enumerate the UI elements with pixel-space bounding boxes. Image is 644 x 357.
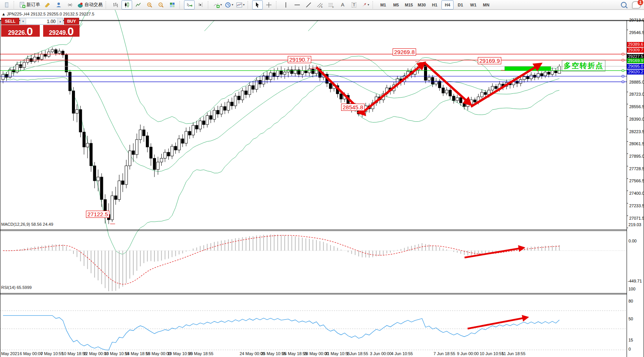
macd-pane [0,234,627,291]
candle-body [164,152,166,158]
zoom-out-button[interactable] [156,0,166,9]
new-order-button[interactable]: 新订单 [18,0,41,9]
auto-trading-button[interactable]: 自动交易 [76,0,104,9]
candle-body [185,131,187,143]
timeframe-button-m1[interactable]: M1 [377,0,389,9]
candle-body [449,90,452,96]
styler-button[interactable] [42,0,53,9]
buy-price-main: 29249. [49,29,67,36]
cursor-tool-button[interactable] [252,0,263,9]
candle-body [491,86,494,90]
candle-body [227,102,230,110]
timeframe-button-h1[interactable]: H1 [429,0,441,9]
main-toolbar: 新订单 自动交易 ▾ ▾ ▾ E F A T ▾ M1M5M15M30H1H4D… [0,0,644,10]
broadcast-button[interactable] [65,0,75,9]
chart-shift-button[interactable] [195,0,206,9]
timeframe-button-mn[interactable]: MN [480,0,492,9]
cursor-icon [254,2,260,8]
candle-body [460,98,462,103]
candle-body [132,151,135,155]
toolbar-separator [106,1,109,9]
candle-body [495,86,497,88]
candle-body [41,54,43,59]
candle-body [128,151,131,166]
line-handle [622,59,624,61]
support-highlight-bar[interactable] [505,67,551,71]
candle-body [431,77,434,84]
bar-chart-button[interactable] [110,0,121,9]
candle-body [16,65,19,72]
candle-body [5,75,8,78]
search-icon[interactable] [621,2,627,8]
vertical-line-tool-button[interactable] [281,0,291,9]
candle-body [206,116,209,125]
horizontal-line-icon [294,2,300,8]
candle-body [516,81,518,83]
crosshair-tool-button[interactable] [264,0,274,9]
chart-canvas[interactable] [0,10,644,357]
clock-icon [225,2,231,8]
arrows-tool-button[interactable]: ▾ [360,0,371,9]
auto-scroll-button[interactable] [184,0,195,9]
text-tool-button[interactable]: A [337,0,348,9]
timeframe-button-h4[interactable]: H4 [441,0,454,9]
candle-body [171,146,173,156]
notification-badge: 1 [638,0,643,5]
buy-price[interactable]: 29249.0 [43,25,80,37]
candle-body [287,70,290,72]
indicators-button[interactable]: ▾ [212,0,223,9]
text-label-icon: T [352,2,357,8]
dropdown-arrow-icon: ▾ [220,3,222,6]
fibonacci-tool-button[interactable]: F [326,0,337,9]
volume-stepper: ▾ 1.00 ▴ [20,18,63,25]
buy-button[interactable]: BUY [64,18,79,25]
timeframe-button-m30[interactable]: M30 [416,0,428,9]
candle-body [213,110,216,120]
horizontal-line-tool-button[interactable] [292,0,303,9]
candle-body [104,200,106,215]
trendline-tool-button[interactable] [303,0,314,9]
candle-body [329,83,332,88]
candle-body [223,107,226,110]
candlestick-chart-icon [124,2,130,8]
channel-tool-button[interactable]: E [315,0,325,9]
volume-increase-button[interactable]: ▴ [57,18,63,24]
dropdown-arrow-icon: ▾ [232,3,233,6]
timeframe-button-d1[interactable]: D1 [454,0,466,9]
line-chart-button[interactable] [133,0,143,9]
candle-body [27,59,29,62]
candle-body [463,103,466,107]
candles-layer [2,47,561,224]
volume-value[interactable]: 1.00 [26,18,57,24]
timeframe-button-m5[interactable]: M5 [390,0,402,9]
tile-windows-button[interactable] [167,0,178,9]
sell-button[interactable]: SELL [1,18,19,25]
candle-body [150,147,152,158]
new-order-icon [19,2,25,8]
zoom-out-icon [158,2,164,8]
chat-icon[interactable]: 1 [632,1,641,9]
candlestick-chart-button[interactable] [122,0,132,9]
sell-price[interactable]: 29226.0 [1,25,40,37]
rsi-trend-arrow [468,317,527,329]
cut-chart-icon[interactable] [1,0,12,9]
label-tool-button[interactable]: T [349,0,359,9]
candle-body [23,62,25,68]
candle-body [547,72,550,75]
timeframe-button-m15[interactable]: M15 [403,0,415,9]
fibo-f-glyph: F [332,6,334,8]
candle-body [108,214,110,220]
rsi-pane [0,311,627,350]
one-click-trading-panel: SELL ▾ 1.00 ▴ BUY 29226.0 29249.0 [1,18,80,37]
candle-body [284,72,286,75]
dropdown-arrow-icon: ▾ [368,3,369,6]
templates-button[interactable]: ▾ [235,0,246,9]
timeframe-button-w1[interactable]: W1 [467,0,479,9]
candle-body [188,131,191,135]
periods-button[interactable]: ▾ [224,0,234,9]
candle-body [304,71,307,73]
candle-body [153,158,156,170]
zoom-in-button[interactable] [144,0,155,9]
volume-decrease-button[interactable]: ▾ [20,18,26,24]
community-button[interactable] [53,0,64,9]
